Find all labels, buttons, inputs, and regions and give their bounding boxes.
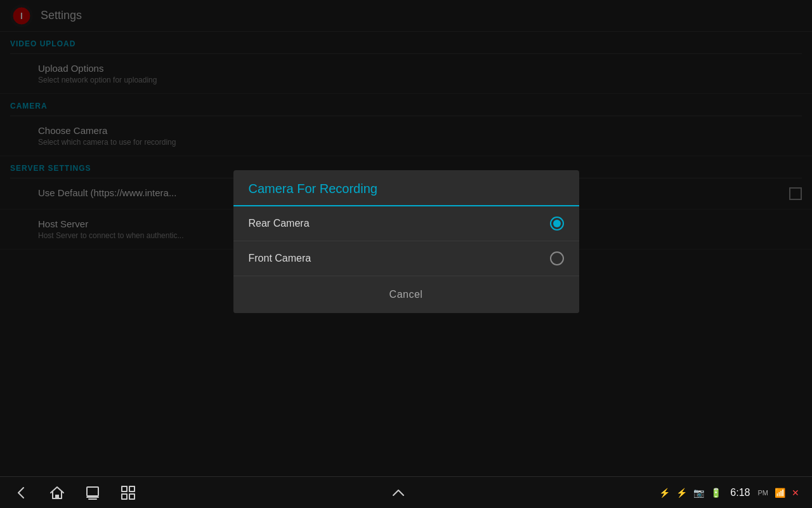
- clock: 6:18: [730, 487, 750, 498]
- dialog-title-bar: Camera For Recording: [233, 170, 579, 206]
- bottom-bar: ⚡ ⚡ 📷 🔋 6:18 PM 📶 ✕: [0, 476, 812, 508]
- svg-rect-8: [122, 494, 127, 499]
- front-camera-radio[interactable]: [550, 251, 564, 265]
- svg-rect-6: [122, 486, 127, 491]
- usb-icon: ⚡: [659, 488, 670, 498]
- up-chevron-button[interactable]: [390, 484, 407, 502]
- front-camera-option[interactable]: Front Camera: [233, 241, 579, 276]
- svg-rect-3: [87, 487, 98, 496]
- nav-left: [13, 484, 137, 502]
- svg-rect-7: [129, 486, 134, 491]
- dialog-title: Camera For Recording: [249, 182, 377, 196]
- charging-icon: ⚡: [676, 488, 687, 498]
- status-bar: ⚡ ⚡ 📷 🔋 6:18 PM 📶 ✕: [659, 487, 799, 498]
- dialog-overlay: Camera For Recording Rear Camera Front C…: [0, 0, 812, 483]
- battery-icon: 🔋: [710, 488, 721, 498]
- wifi-icon: 📶: [775, 488, 785, 498]
- recents-button[interactable]: [84, 484, 102, 502]
- nav-center: [390, 484, 407, 502]
- cancel-button[interactable]: Cancel: [377, 285, 436, 304]
- front-camera-label: Front Camera: [249, 253, 311, 264]
- rear-camera-label: Rear Camera: [249, 218, 310, 229]
- rear-camera-radio[interactable]: [550, 217, 564, 231]
- rear-camera-option[interactable]: Rear Camera: [233, 206, 579, 241]
- grid-button[interactable]: [119, 484, 137, 502]
- screenshot-icon: 📷: [693, 488, 704, 498]
- camera-dialog: Camera For Recording Rear Camera Front C…: [233, 170, 579, 313]
- notification-icon: ✕: [792, 488, 799, 498]
- clock-ampm: PM: [757, 489, 768, 497]
- home-button[interactable]: [48, 484, 66, 502]
- back-button[interactable]: [13, 484, 30, 502]
- dialog-footer: Cancel: [233, 276, 579, 313]
- svg-rect-2: [55, 495, 59, 498]
- svg-rect-9: [129, 494, 134, 499]
